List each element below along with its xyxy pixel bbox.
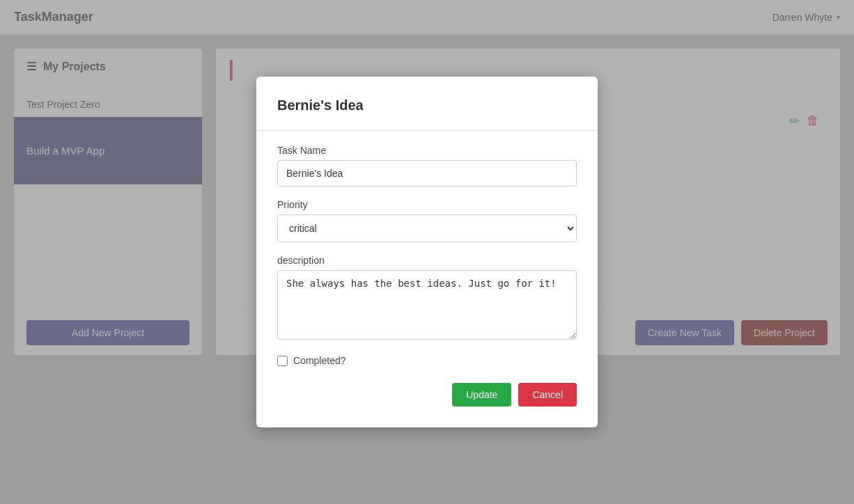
priority-select[interactable]: critical high medium low <box>277 214 577 242</box>
priority-group: Priority critical high medium low <box>277 199 577 242</box>
completed-label: Completed? <box>293 355 346 366</box>
modal-footer: Update Cancel <box>277 383 577 407</box>
modal-overlay: Bernie's Idea Task Name Priority critica… <box>0 0 854 504</box>
description-group: description <box>277 255 577 342</box>
task-name-group: Task Name <box>277 145 577 187</box>
modal-title: Bernie's Idea <box>277 97 577 113</box>
description-label: description <box>277 255 577 266</box>
cancel-button[interactable]: Cancel <box>518 383 577 407</box>
task-name-label: Task Name <box>277 145 577 156</box>
modal-divider <box>256 130 598 131</box>
priority-label: Priority <box>277 199 577 210</box>
completed-group: Completed? <box>277 355 577 366</box>
description-textarea[interactable] <box>277 270 577 340</box>
modal-dialog: Bernie's Idea Task Name Priority critica… <box>256 77 598 427</box>
update-button[interactable]: Update <box>452 383 511 407</box>
task-name-input[interactable] <box>277 160 577 187</box>
completed-checkbox[interactable] <box>277 356 288 366</box>
